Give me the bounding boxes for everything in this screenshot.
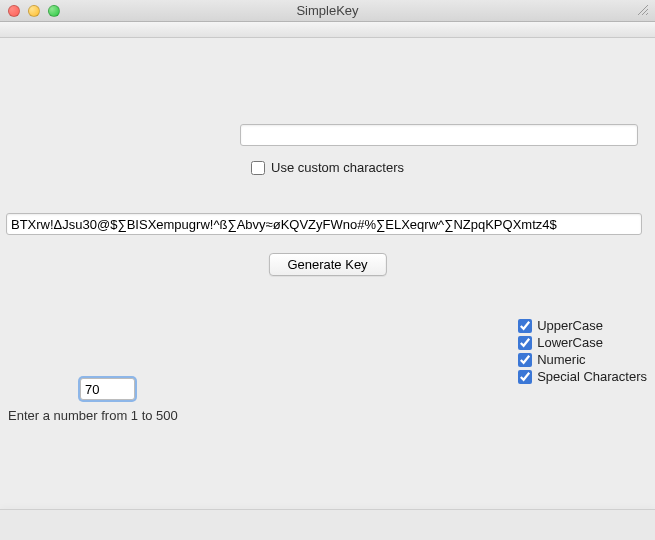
- content-area: Use custom characters Generate Key Upper…: [0, 38, 655, 540]
- close-icon[interactable]: [8, 5, 20, 17]
- custom-characters-checkbox[interactable]: [251, 161, 265, 175]
- numeric-checkbox[interactable]: [518, 353, 532, 367]
- option-numeric[interactable]: Numeric: [518, 352, 647, 367]
- numeric-label: Numeric: [537, 352, 585, 367]
- bottom-area: [0, 510, 655, 540]
- lowercase-label: LowerCase: [537, 335, 603, 350]
- uppercase-label: UpperCase: [537, 318, 603, 333]
- length-input[interactable]: [80, 378, 135, 400]
- minimize-icon[interactable]: [28, 5, 40, 17]
- titlebar: SimpleKey: [0, 0, 655, 22]
- toolbar-strip: [0, 22, 655, 38]
- options-group: UpperCase LowerCase Numeric Special Char…: [518, 318, 647, 384]
- option-lowercase[interactable]: LowerCase: [518, 335, 647, 350]
- generated-key-output[interactable]: [6, 213, 642, 235]
- generate-key-button[interactable]: Generate Key: [268, 253, 386, 276]
- resize-icon[interactable]: [637, 4, 649, 16]
- custom-characters-input[interactable]: [240, 124, 638, 146]
- special-checkbox[interactable]: [518, 370, 532, 384]
- option-uppercase[interactable]: UpperCase: [518, 318, 647, 333]
- custom-characters-label[interactable]: Use custom characters: [251, 160, 404, 175]
- lowercase-checkbox[interactable]: [518, 336, 532, 350]
- zoom-icon[interactable]: [48, 5, 60, 17]
- custom-characters-text: Use custom characters: [271, 160, 404, 175]
- option-special[interactable]: Special Characters: [518, 369, 647, 384]
- window-controls: [0, 5, 60, 17]
- uppercase-checkbox[interactable]: [518, 319, 532, 333]
- custom-characters-row: Use custom characters: [0, 160, 655, 178]
- special-label: Special Characters: [537, 369, 647, 384]
- window-title: SimpleKey: [0, 3, 655, 18]
- length-hint: Enter a number from 1 to 500: [8, 408, 178, 423]
